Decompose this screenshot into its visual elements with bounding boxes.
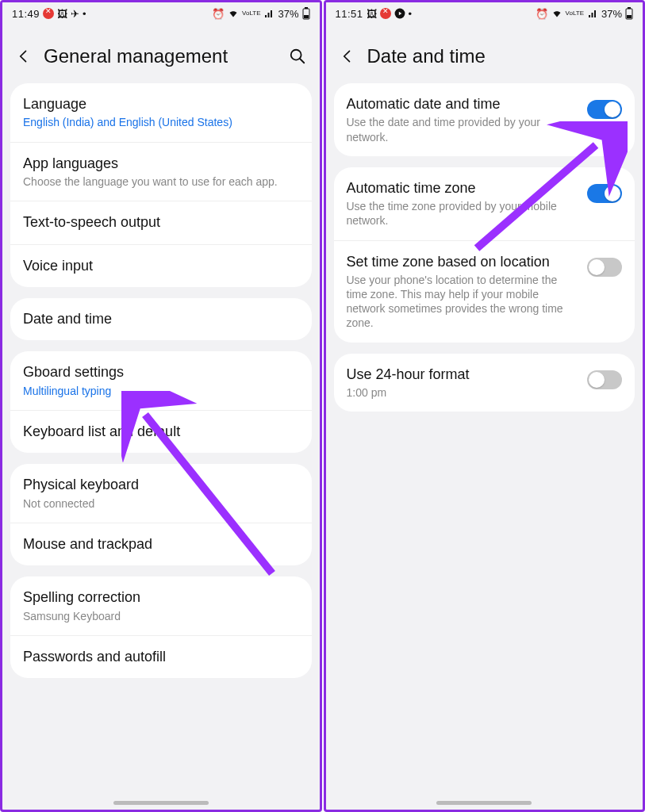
- settings-row[interactable]: Automatic date and timeUse the date and …: [334, 83, 635, 156]
- signal-icon: [587, 9, 598, 18]
- battery-icon: [302, 7, 310, 20]
- battery-icon: [625, 7, 633, 20]
- settings-group: Physical keyboardNot connectedMouse and …: [10, 464, 312, 565]
- settings-group: Date and time: [10, 298, 312, 340]
- row-title: Spelling correction: [23, 588, 299, 607]
- settings-group: Spelling correctionSamsung KeyboardPassw…: [10, 576, 312, 678]
- toggle-switch[interactable]: [587, 100, 622, 119]
- wifi-icon: [228, 9, 239, 18]
- nav-handle[interactable]: [436, 801, 532, 805]
- row-subtitle: Not connected: [23, 496, 299, 511]
- settings-row[interactable]: Set time zone based on locationUse your …: [334, 241, 635, 343]
- settings-group: Automatic date and timeUse the date and …: [334, 83, 635, 156]
- row-title: Language: [23, 95, 299, 113]
- page-header: Date and time: [326, 23, 643, 83]
- toggle-switch[interactable]: [587, 184, 622, 203]
- svg-rect-8: [628, 7, 631, 9]
- settings-row[interactable]: Automatic time zoneUse the time zone pro…: [334, 167, 635, 241]
- wifi-icon: [551, 9, 562, 18]
- back-button[interactable]: [15, 48, 33, 65]
- row-title: Set time zone based on location: [347, 253, 578, 271]
- settings-row[interactable]: Passwords and autofill: [10, 636, 312, 678]
- record-icon: [380, 8, 391, 19]
- row-title: Physical keyboard: [23, 476, 299, 494]
- settings-row[interactable]: Gboard settingsMultilingual typing: [10, 351, 312, 411]
- volte-icon: VoLTE: [566, 10, 584, 17]
- settings-group: Automatic time zoneUse the time zone pro…: [334, 167, 635, 343]
- row-subtitle: Samsung Keyboard: [23, 609, 299, 623]
- nav-handle[interactable]: [113, 801, 209, 805]
- volte-icon: VoLTE: [242, 10, 260, 17]
- record-icon: [43, 8, 54, 19]
- row-title: Gboard settings: [23, 363, 299, 381]
- settings-row[interactable]: Keyboard list and default: [10, 411, 312, 453]
- page-title: Date and time: [367, 45, 631, 67]
- row-subtitle: Use the date and time provided by your n…: [347, 115, 578, 144]
- toggle-switch[interactable]: [587, 370, 622, 389]
- settings-row[interactable]: App languagesChoose the language you wan…: [10, 143, 312, 202]
- svg-rect-1: [305, 7, 308, 9]
- page-header: General management: [2, 23, 320, 83]
- settings-group: LanguageEnglish (India) and English (Uni…: [10, 83, 312, 287]
- play-icon: [394, 8, 405, 19]
- phone-right: 11:51 🖼 • ⏰ VoLTE 37% Date: [324, 0, 646, 812]
- svg-line-4: [299, 59, 304, 63]
- alarm-icon: ⏰: [536, 8, 548, 20]
- settings-row[interactable]: Use 24-hour format1:00 pm: [334, 354, 635, 412]
- settings-row[interactable]: Date and time: [10, 298, 312, 340]
- row-subtitle: Multilingual typing: [23, 384, 299, 398]
- image-icon: 🖼: [57, 8, 67, 20]
- row-title: Text-to-speech output: [23, 213, 299, 232]
- row-subtitle: Use the time zone provided by your mobil…: [347, 199, 578, 228]
- phone-left: 11:49 🖼 ✈ • ⏰ VoLTE 37% General manageme…: [0, 0, 322, 812]
- svg-rect-9: [627, 15, 632, 18]
- battery-percent: 37%: [601, 8, 622, 20]
- telegram-icon: ✈: [71, 8, 79, 20]
- signal-icon: [263, 9, 275, 18]
- row-title: Automatic date and time: [347, 95, 578, 113]
- row-title: Passwords and autofill: [23, 648, 299, 666]
- battery-percent: 37%: [278, 8, 298, 20]
- settings-row[interactable]: Mouse and trackpad: [10, 523, 312, 565]
- dot-icon: •: [409, 8, 413, 20]
- alarm-icon: ⏰: [212, 8, 225, 20]
- status-bar: 11:51 🖼 • ⏰ VoLTE 37%: [326, 2, 643, 23]
- row-title: Mouse and trackpad: [23, 535, 299, 553]
- row-title: Automatic time zone: [347, 179, 578, 197]
- row-subtitle: Choose the language you want to use for …: [23, 174, 299, 189]
- search-button[interactable]: [288, 47, 307, 66]
- back-button[interactable]: [339, 48, 356, 65]
- settings-row[interactable]: Physical keyboardNot connected: [10, 464, 312, 523]
- svg-rect-2: [304, 15, 309, 18]
- settings-group: Gboard settingsMultilingual typingKeyboa…: [10, 351, 312, 453]
- settings-group: Use 24-hour format1:00 pm: [334, 354, 635, 412]
- dot-icon: •: [83, 8, 86, 20]
- settings-list: Automatic date and timeUse the date and …: [326, 83, 643, 810]
- row-subtitle: English (India) and English (United Stat…: [23, 115, 299, 129]
- settings-row[interactable]: LanguageEnglish (India) and English (Uni…: [10, 83, 312, 143]
- settings-row[interactable]: Text-to-speech output: [10, 201, 312, 244]
- page-title: General management: [44, 45, 277, 67]
- row-title: Voice input: [23, 257, 299, 275]
- settings-list: LanguageEnglish (India) and English (Uni…: [2, 83, 320, 810]
- settings-row[interactable]: Spelling correctionSamsung Keyboard: [10, 576, 312, 636]
- row-title: Use 24-hour format: [347, 366, 578, 384]
- row-title: App languages: [23, 155, 299, 173]
- image-icon: 🖼: [367, 8, 377, 20]
- row-subtitle: 1:00 pm: [347, 385, 578, 400]
- status-time: 11:49: [12, 8, 40, 20]
- settings-row[interactable]: Voice input: [10, 245, 312, 287]
- row-subtitle: Use your phone's location to determine t…: [347, 273, 578, 331]
- row-title: Keyboard list and default: [23, 423, 299, 441]
- toggle-switch[interactable]: [587, 258, 622, 277]
- status-time: 11:51: [336, 8, 363, 20]
- row-title: Date and time: [23, 310, 299, 328]
- status-bar: 11:49 🖼 ✈ • ⏰ VoLTE 37%: [2, 2, 320, 23]
